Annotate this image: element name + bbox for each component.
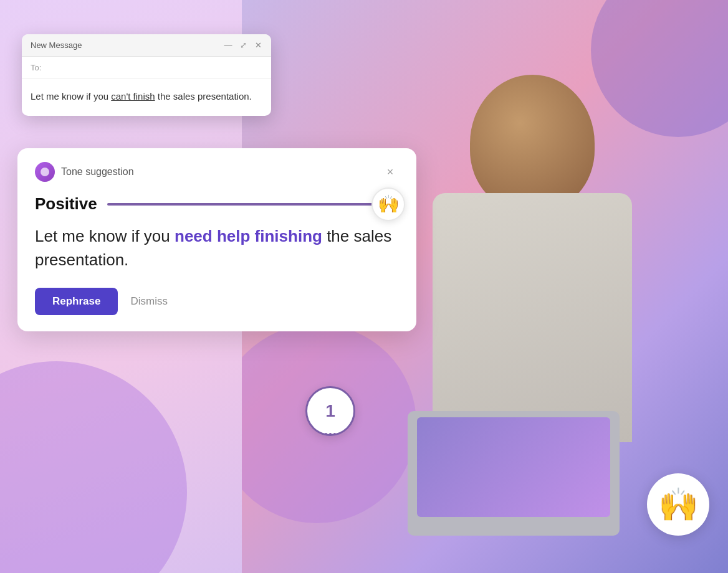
tone-name: Positive xyxy=(35,194,97,214)
suggestion-text: Let me know if you need help finishing t… xyxy=(35,225,399,272)
tone-icon-inner xyxy=(41,168,49,176)
laptop xyxy=(408,411,620,536)
bottom-emoji-icon: 🙌 xyxy=(658,486,699,524)
tone-icon xyxy=(35,162,55,182)
email-body-underline: can't finish xyxy=(111,91,155,102)
tone-slider-track[interactable]: 🙌 xyxy=(107,203,399,206)
notification-badge[interactable]: 1 xyxy=(305,386,355,436)
badge-count: 1 xyxy=(325,401,335,421)
email-titlebar: New Message — ⤢ ✕ xyxy=(22,34,271,57)
person-head xyxy=(470,75,595,212)
laptop-screen xyxy=(417,417,610,517)
tone-suggestion-label: Tone suggestion xyxy=(61,166,134,178)
email-window: New Message — ⤢ ✕ To: Let me know if you… xyxy=(22,34,271,116)
left-deco-circle xyxy=(0,361,187,573)
badge-dot-3 xyxy=(333,433,336,435)
window-controls: — ⤢ ✕ xyxy=(224,41,262,50)
tone-card-header: Tone suggestion × xyxy=(35,162,399,182)
tone-emoji: 🙌 xyxy=(378,194,400,214)
email-to-row: To: xyxy=(22,57,271,79)
tone-header-left: Tone suggestion xyxy=(35,162,134,182)
email-body-part1: Let me know if you xyxy=(31,91,111,102)
tone-card-close-button[interactable]: × xyxy=(381,163,399,181)
action-row: Rephrase Dismiss xyxy=(35,288,399,315)
tone-suggestion-card: Tone suggestion × Positive 🙌 Let me know… xyxy=(17,148,416,331)
suggestion-highlight: need help finishing xyxy=(175,227,322,245)
minimize-button[interactable]: — xyxy=(224,41,232,50)
email-to-label: To: xyxy=(31,63,41,72)
close-window-button[interactable]: ✕ xyxy=(254,41,262,50)
bottom-emoji-badge: 🙌 xyxy=(647,473,709,536)
email-body-part2: the sales presentation. xyxy=(155,91,252,102)
badge-dots xyxy=(325,433,336,435)
email-window-title: New Message xyxy=(31,40,82,50)
maximize-button[interactable]: ⤢ xyxy=(239,41,247,50)
dismiss-button[interactable]: Dismiss xyxy=(130,295,168,308)
badge-dot-1 xyxy=(325,433,327,435)
suggestion-part1: Let me know if you xyxy=(35,227,175,245)
tone-slider-row: Positive 🙌 xyxy=(35,194,399,214)
email-body: Let me know if you can't finish the sale… xyxy=(22,79,271,116)
person-body xyxy=(433,193,632,442)
tone-emoji-bubble: 🙌 xyxy=(371,187,405,221)
scene: New Message — ⤢ ✕ To: Let me know if you… xyxy=(0,0,728,573)
badge-dot-2 xyxy=(329,433,332,435)
rephrase-button[interactable]: Rephrase xyxy=(35,288,118,315)
